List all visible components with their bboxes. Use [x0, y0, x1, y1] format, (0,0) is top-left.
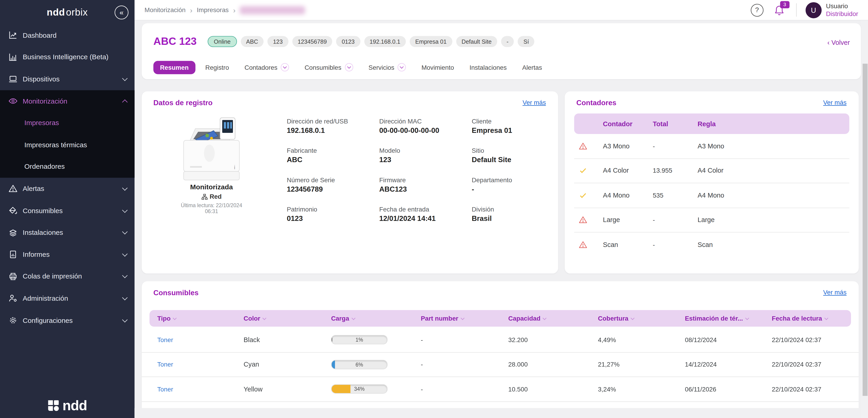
- sort-chevron-icon[interactable]: [543, 317, 546, 320]
- back-link[interactable]: ‹ Volver: [827, 39, 850, 47]
- field-value: Brasil: [472, 214, 555, 222]
- sidebar-item-ordenadores[interactable]: Ordenadores: [0, 156, 134, 178]
- column-header-carga[interactable]: Carga: [331, 315, 421, 322]
- sort-chevron-icon[interactable]: [263, 317, 266, 320]
- column-header-fecha-lectura[interactable]: Fecha de lectura: [772, 315, 851, 322]
- column-header-cobertura[interactable]: Cobertura: [598, 315, 685, 322]
- dashboard-icon: [8, 30, 18, 40]
- avatar[interactable]: U: [806, 2, 822, 18]
- table-row[interactable]: A4 Mono 535 A4 Mono: [574, 183, 849, 208]
- sort-chevron-icon[interactable]: [631, 317, 634, 320]
- tab-movimiento[interactable]: Movimiento: [416, 61, 460, 74]
- help-icon[interactable]: ?: [751, 4, 764, 17]
- sidebar-item-configuraciones[interactable]: Configuraciones: [0, 309, 134, 331]
- sort-chevron-icon[interactable]: [173, 317, 176, 320]
- tab-registro[interactable]: Registro: [200, 61, 235, 74]
- registry-field: DivisiónBrasil: [472, 206, 555, 235]
- supply-part-number: -: [421, 361, 508, 368]
- sidebar-item-monitorizacion[interactable]: Monitorización: [0, 90, 134, 112]
- notifications-button[interactable]: 3: [773, 4, 785, 16]
- vertical-scrollbar[interactable]: [862, 21, 868, 418]
- supplies-title: Consumibles: [153, 288, 199, 297]
- counter-total: -: [653, 143, 698, 149]
- column-header-tipo[interactable]: Tipo: [157, 315, 244, 322]
- breadcrumb-impresoras[interactable]: Impresoras: [197, 7, 229, 13]
- topbar: Monitorización › Impresoras › ? 3 U Usua…: [134, 0, 868, 21]
- supply-type-link[interactable]: Toner: [157, 361, 244, 368]
- sidebar-item-impresoras[interactable]: Impresoras: [0, 112, 134, 134]
- tab-servicios[interactable]: Servicios: [363, 60, 411, 75]
- sidebar-item-dispositivos[interactable]: Dispositivos: [0, 68, 134, 90]
- sidebar-item-dashboard[interactable]: Dashboard: [0, 25, 134, 47]
- tab-resumen[interactable]: Resumen: [153, 61, 195, 74]
- sidebar-item-administracion[interactable]: Administración: [0, 288, 134, 309]
- tab-alertas[interactable]: Alertas: [517, 61, 548, 74]
- supply-coverage: 21,27%: [598, 361, 685, 368]
- monitored-status: Monitorizada: [174, 183, 249, 191]
- counters-see-more-link[interactable]: Ver más: [823, 99, 846, 106]
- column-header-color[interactable]: Color: [244, 315, 331, 322]
- sort-chevron-icon[interactable]: [825, 317, 828, 320]
- table-row[interactable]: A3 Mono - A3 Mono: [574, 134, 849, 159]
- tab-consumibles[interactable]: Consumibles: [299, 60, 359, 75]
- chevron-down-icon: [123, 210, 127, 212]
- laptop-icon: [8, 74, 18, 84]
- printer-image: i: [174, 115, 249, 182]
- printer-block: i Monitorizada Red Última lectura: 22/10…: [174, 115, 249, 214]
- supply-type-link[interactable]: Toner: [157, 337, 244, 343]
- sidebar-item-label: Consumibles: [23, 207, 63, 214]
- sidebar-item-label: Impresoras: [25, 119, 59, 127]
- sidebar-item-informes[interactable]: Informes: [0, 243, 134, 266]
- chevron-down-icon: [123, 188, 127, 190]
- sort-chevron-icon[interactable]: [746, 317, 748, 320]
- registry-field: Dirección MAC00-00-00-00-00-00: [379, 118, 472, 147]
- user-info[interactable]: Usuario Distribuidor: [826, 2, 858, 18]
- column-header-capacidad[interactable]: Capacidad: [508, 315, 598, 322]
- chevron-down-icon: [123, 231, 127, 234]
- supply-estimate: 14/12/2024: [685, 361, 772, 368]
- tab-label: Consumibles: [305, 64, 341, 71]
- registry-see-more-link[interactable]: Ver más: [523, 99, 546, 106]
- scrollbar-thumb[interactable]: [862, 64, 867, 396]
- supplies-see-more-link[interactable]: Ver más: [823, 289, 846, 296]
- table-row[interactable]: A4 Color 13.955 A4 Color: [574, 159, 849, 183]
- table-row: Toner Black 1% - 32.200 4,49% 08/12/2024…: [142, 328, 859, 352]
- column-label: Tipo: [157, 315, 170, 322]
- sidebar-item-colas-de-impresion[interactable]: Colas de impresión: [0, 266, 134, 288]
- field-label: Modelo: [379, 147, 472, 154]
- sidebar-item-alertas[interactable]: Alertas: [0, 178, 134, 200]
- sidebar-item-consumibles[interactable]: Consumibles: [0, 200, 134, 221]
- sidebar: ndd orbix « Dashboard Business Intellige…: [0, 0, 134, 418]
- registry-field: Patrimonio0123: [287, 206, 379, 235]
- registry-title: Datos de registro: [153, 98, 213, 107]
- sort-chevron-icon[interactable]: [461, 317, 464, 320]
- sort-chevron-icon[interactable]: [352, 317, 355, 320]
- sidebar-item-instalaciones[interactable]: Instalaciones: [0, 221, 134, 243]
- sidebar-item-impresoras-termicas[interactable]: Impresoras térmicas: [0, 134, 134, 156]
- supply-part-number: -: [421, 386, 508, 392]
- gear-icon: [8, 315, 18, 325]
- counter-rule: A4 Mono: [698, 191, 849, 199]
- column-label: Color: [244, 315, 260, 322]
- column-header-total: Total: [653, 120, 698, 128]
- layers-icon: [8, 228, 18, 238]
- column-header-part-number[interactable]: Part number: [421, 315, 508, 322]
- device-badge: 123: [268, 36, 288, 47]
- tab-instalaciones[interactable]: Instalaciones: [464, 61, 512, 74]
- supply-type-link[interactable]: Toner: [157, 386, 244, 392]
- table-row: Toner Yellow 34% - 10.500 3,24% 06/11/20…: [142, 377, 859, 402]
- column-header-estimacion[interactable]: Estimación de tér...: [685, 315, 772, 322]
- sidebar-collapse-button[interactable]: «: [115, 5, 128, 20]
- counter-rule: A4 Color: [698, 167, 849, 175]
- field-value: Empresa 01: [472, 126, 555, 135]
- supply-load-label: 34%: [332, 385, 387, 393]
- table-row[interactable]: Scan - Scan: [574, 233, 849, 257]
- breadcrumb-monitorizacion[interactable]: Monitorización: [145, 7, 186, 13]
- tab-contadores[interactable]: Contadores: [239, 60, 294, 75]
- supply-capacity: 32.200: [508, 337, 598, 343]
- sidebar-item-business-intelligence[interactable]: Business Intelligence (Beta): [0, 46, 134, 68]
- sidebar-item-label: Configuraciones: [23, 317, 73, 324]
- last-read-timestamp: Última lectura: 22/10/2024 06:31: [174, 202, 249, 214]
- table-row[interactable]: Large - Large: [574, 208, 849, 233]
- column-label: Carga: [331, 315, 349, 322]
